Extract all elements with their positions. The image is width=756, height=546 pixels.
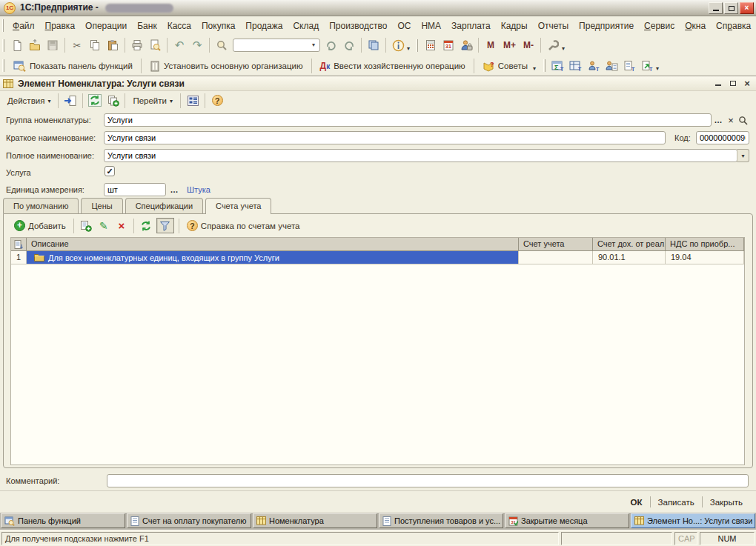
calculator-button[interactable] — [422, 37, 439, 53]
doc-minimize-button[interactable] — [712, 78, 725, 90]
tips-dropdown-icon[interactable]: ▾ — [533, 65, 536, 72]
group-clear-button[interactable]: × — [726, 113, 736, 127]
delete-button[interactable]: × — [113, 218, 130, 234]
ok-button[interactable]: ОК — [623, 496, 650, 508]
column-header-description[interactable]: Описание — [27, 238, 519, 251]
memory-recall-button[interactable]: M — [483, 37, 499, 53]
menu-item-reports[interactable]: Отчеты — [533, 19, 574, 33]
close-window-button[interactable]: Закрыть — [703, 496, 750, 508]
info-button[interactable] — [390, 37, 406, 53]
menu-item-service[interactable]: Сервис — [639, 19, 680, 33]
search-button[interactable] — [213, 37, 230, 53]
unit-field[interactable] — [104, 183, 166, 196]
sum-table-button[interactable]: ΣТ — [550, 58, 566, 74]
info-dropdown-icon[interactable]: ▾ — [407, 45, 410, 52]
refresh-list-button[interactable] — [138, 218, 154, 234]
menubar-grip[interactable] — [2, 19, 4, 32]
help-button[interactable]: ? — [209, 93, 225, 109]
edit-button[interactable]: ✎ — [96, 218, 112, 234]
cell-account[interactable] — [519, 251, 593, 264]
write-button[interactable] — [62, 93, 79, 109]
taskbar-item-nomenclature-element[interactable]: Элемент Но...: Услуги связи — [631, 513, 755, 528]
find-previous-button[interactable] — [341, 37, 357, 53]
taskbar-item-function-panel[interactable]: Панель функций — [1, 513, 125, 528]
menu-item-sale[interactable]: Продажа — [240, 19, 288, 33]
menu-item-hr[interactable]: Кадры — [496, 19, 533, 33]
close-button[interactable]: × — [740, 2, 754, 14]
cut-button[interactable]: ✂ — [69, 37, 85, 53]
row-selector-header[interactable] — [11, 238, 27, 251]
table-row[interactable]: 1 Для всех номенклатурных единиц, входящ… — [11, 251, 744, 264]
add-button[interactable]: + Добавить — [10, 218, 70, 233]
open-button[interactable] — [27, 37, 43, 53]
column-header-vat-account[interactable]: НДС по приобр... — [666, 238, 744, 251]
structure-button[interactable] — [185, 93, 201, 109]
goto-menu-button[interactable]: Перейти ▾ — [128, 93, 177, 108]
document-transfer-button[interactable]: Т — [639, 58, 655, 74]
cell-description[interactable]: Для всех номенклатурных единиц, входящих… — [27, 251, 519, 264]
person-document-button[interactable] — [603, 58, 620, 74]
back-button[interactable]: ↶ — [171, 37, 188, 53]
menu-item-edit[interactable]: Правка — [40, 19, 81, 33]
toolbar1-grip[interactable] — [2, 39, 4, 52]
memory-subtract-button[interactable]: M- — [520, 37, 537, 53]
tips-button[interactable]: ? Советы — [477, 58, 533, 74]
print-button[interactable] — [129, 37, 145, 53]
menu-item-production[interactable]: Производство — [324, 19, 392, 33]
cell-income-account[interactable]: 90.01.1 — [593, 251, 666, 264]
toolbar3-grip[interactable] — [543, 59, 546, 72]
menu-item-salary[interactable]: Зарплата — [446, 19, 496, 33]
settings-button[interactable] — [545, 37, 561, 53]
group-open-button[interactable] — [737, 113, 749, 127]
search-combobox[interactable]: ▾ — [233, 39, 320, 52]
full-name-dropdown-button[interactable]: ▾ — [737, 149, 749, 162]
templates-dropdown-icon[interactable]: ▾ — [656, 65, 659, 72]
code-field[interactable] — [696, 131, 749, 144]
menu-item-enterprise[interactable]: Предприятие — [574, 19, 639, 33]
taskbar-item-invoice[interactable]: Счет на оплату покупателю — [127, 513, 251, 528]
copy-item-button[interactable] — [105, 93, 121, 109]
reread-button[interactable] — [87, 93, 103, 109]
document-template-button[interactable]: Т — [621, 58, 637, 74]
save-button[interactable] — [44, 37, 61, 53]
menu-item-help[interactable]: Справка — [711, 19, 756, 33]
tab-default[interactable]: По умолчанию — [3, 198, 79, 213]
table-template-button[interactable]: Т — [568, 58, 584, 74]
find-next-button[interactable] — [323, 37, 339, 53]
add-copy-button[interactable] — [78, 218, 94, 234]
paste-button[interactable] — [105, 37, 121, 53]
unit-link[interactable]: Штука — [187, 185, 210, 194]
menu-item-intangibles[interactable]: НМА — [416, 19, 446, 33]
accounts-help-button[interactable]: ? Справка по счетам учета — [182, 218, 305, 233]
set-main-organization-button[interactable]: Установить основную организацию — [145, 58, 308, 74]
minimize-button[interactable] — [709, 2, 723, 14]
memory-add-button[interactable]: M+ — [500, 37, 519, 53]
restore-button[interactable] — [724, 2, 738, 14]
comment-field[interactable] — [107, 474, 749, 487]
copy-button[interactable] — [87, 37, 103, 53]
menu-item-purchase[interactable]: Покупка — [196, 19, 240, 33]
new-document-button[interactable] — [9, 37, 25, 53]
taskbar-item-goods-receipts[interactable]: Поступления товаров и ус... — [379, 513, 503, 528]
calendar-button[interactable]: 31 — [440, 37, 457, 53]
settings-dropdown-icon[interactable]: ▾ — [562, 45, 565, 52]
taskbar-item-nomenclature[interactable]: Номенклатура — [253, 513, 377, 528]
group-select-button[interactable]: … — [711, 113, 726, 127]
tab-prices[interactable]: Цены — [81, 198, 122, 213]
tab-specifications[interactable]: Спецификации — [125, 198, 203, 213]
write-record-button[interactable]: Записать — [651, 496, 702, 508]
doc-restore-button[interactable] — [726, 78, 740, 90]
windows-list-button[interactable] — [365, 37, 382, 53]
menu-item-fixed-assets[interactable]: ОС — [392, 19, 416, 33]
combobox-dropdown-icon[interactable]: ▾ — [308, 40, 319, 50]
full-name-field[interactable] — [104, 149, 737, 162]
column-header-income-account[interactable]: Счет дох. от реал. — [593, 238, 666, 251]
enter-business-operation-button[interactable]: Дк Ввести хозяйственную операцию — [315, 58, 471, 74]
short-name-field[interactable] — [104, 131, 666, 144]
toolbar2-grip[interactable] — [2, 59, 4, 72]
cell-vat-account[interactable]: 19.04 — [666, 251, 744, 264]
menu-item-file[interactable]: Файл — [7, 19, 40, 33]
column-header-account[interactable]: Счет учета — [519, 238, 593, 251]
group-field[interactable] — [104, 113, 712, 127]
doc-close-button[interactable]: × — [740, 78, 754, 90]
